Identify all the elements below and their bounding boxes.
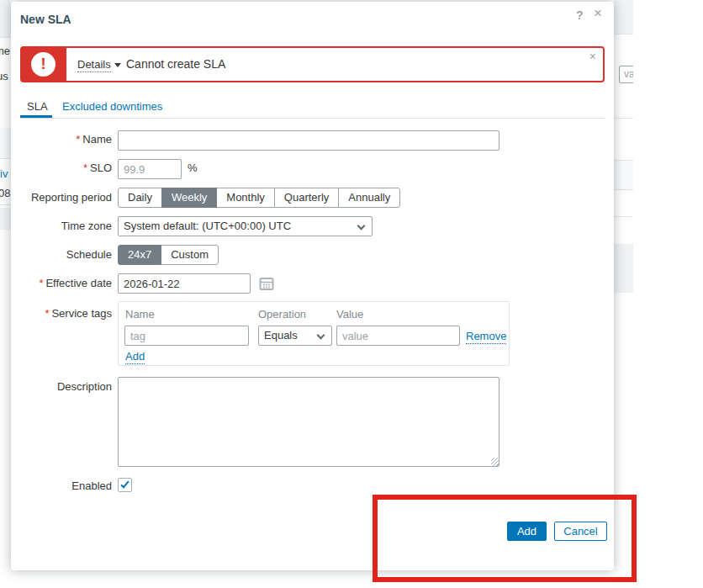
calendar-icon[interactable] <box>259 276 274 294</box>
background-band <box>614 160 633 189</box>
column-header-operation: Operation <box>258 308 306 320</box>
enabled-label: Enabled <box>20 479 112 492</box>
error-message: Cannot create SLA <box>126 57 225 71</box>
background-divider <box>614 34 633 34</box>
time-zone-select[interactable]: System default: (UTC+00:00) UTC <box>118 216 373 236</box>
description-textarea[interactable] <box>118 377 500 467</box>
reporting-period-daily[interactable]: Daily <box>118 188 162 208</box>
background-left-strip: me us iv 08 <box>0 0 11 588</box>
reporting-period-monthly[interactable]: Monthly <box>216 188 275 208</box>
background-divider <box>0 158 11 159</box>
chevron-down-icon <box>357 222 366 230</box>
schedule-24x7[interactable]: 24x7 <box>118 245 161 265</box>
schedule-label: Schedule <box>20 248 112 261</box>
reporting-period-weekly[interactable]: Weekly <box>161 188 217 208</box>
enabled-checkbox[interactable] <box>118 478 132 492</box>
reporting-period-segmented: Daily Weekly Monthly Quarterly Annually <box>118 188 400 208</box>
background-divider <box>0 204 11 205</box>
close-icon[interactable]: × <box>594 5 602 22</box>
background-divider <box>614 160 633 161</box>
effective-date-input[interactable] <box>118 273 251 294</box>
error-icon-block: ! <box>21 47 66 82</box>
details-toggle[interactable]: Details <box>77 58 111 72</box>
background-band <box>0 0 11 37</box>
modal-title: New SLA <box>20 13 71 26</box>
background-link-fragment: iv <box>0 167 8 180</box>
textarea-resize-handle[interactable] <box>491 458 500 466</box>
background-band <box>614 0 633 34</box>
background-text-fragment: us <box>0 70 8 82</box>
background-band <box>0 208 11 230</box>
background-input-fragment: va <box>619 66 633 83</box>
chevron-down-icon <box>317 331 325 340</box>
add-tag-link[interactable]: Add <box>125 350 145 364</box>
column-header-value: Value <box>336 308 363 320</box>
reporting-period-quarterly[interactable]: Quarterly <box>274 188 339 208</box>
background-text-fragment: me <box>0 45 10 57</box>
required-asterisk: * <box>76 133 80 146</box>
slo-label: *SLO <box>20 162 112 174</box>
service-tags-label: *Service tags <box>20 307 112 320</box>
help-icon[interactable]: ? <box>576 8 584 22</box>
error-close-icon[interactable]: × <box>589 50 596 63</box>
tab-excluded-downtimes[interactable]: Excluded downtimes <box>62 100 162 113</box>
tab-sla[interactable]: SLA <box>27 100 48 113</box>
name-label: *Name <box>20 133 112 146</box>
required-asterisk: * <box>39 277 43 289</box>
reporting-period-label: Reporting period <box>20 191 112 204</box>
description-label: Description <box>20 380 112 393</box>
schedule-segmented: 24x7 Custom <box>118 245 219 265</box>
service-tags-table: Name Operation Value Equals Remove Add <box>118 301 510 366</box>
tag-name-input[interactable] <box>124 326 249 346</box>
tabs-divider <box>20 118 605 119</box>
caret-down-icon <box>114 63 121 67</box>
error-banner: ! Details Cannot create SLA × <box>20 46 605 82</box>
background-band <box>0 128 11 158</box>
tag-value-input[interactable] <box>336 326 460 346</box>
slo-input[interactable] <box>118 159 182 179</box>
checkmark-icon <box>120 479 129 489</box>
schedule-custom[interactable]: Custom <box>161 245 219 265</box>
background-divider <box>614 189 633 190</box>
error-exclamation-icon: ! <box>31 52 56 77</box>
background-divider <box>614 216 633 217</box>
remove-tag-link[interactable]: Remove <box>466 330 506 344</box>
name-input[interactable] <box>118 130 500 151</box>
background-right-strip: va <box>614 0 633 588</box>
reporting-period-annually[interactable]: Annually <box>338 188 400 208</box>
background-divider <box>0 37 11 38</box>
required-asterisk: * <box>45 307 49 320</box>
slo-unit: % <box>188 162 198 174</box>
column-header-name: Name <box>125 308 155 320</box>
background-divider <box>614 118 633 119</box>
new-sla-modal: New SLA ? × ! Details Cannot create SLA … <box>11 2 614 570</box>
background-band <box>614 244 633 293</box>
required-asterisk: * <box>83 162 87 174</box>
background-text-fragment: 08 <box>0 187 10 199</box>
tag-operation-select[interactable]: Equals <box>258 326 332 346</box>
effective-date-label: *Effective date <box>20 277 112 289</box>
add-button[interactable]: Add <box>507 522 547 541</box>
time-zone-label: Time zone <box>20 220 112 232</box>
cancel-button[interactable]: Cancel <box>554 522 607 541</box>
page: me us iv 08 va New SLA ? × ! Details Ca <box>0 0 703 588</box>
